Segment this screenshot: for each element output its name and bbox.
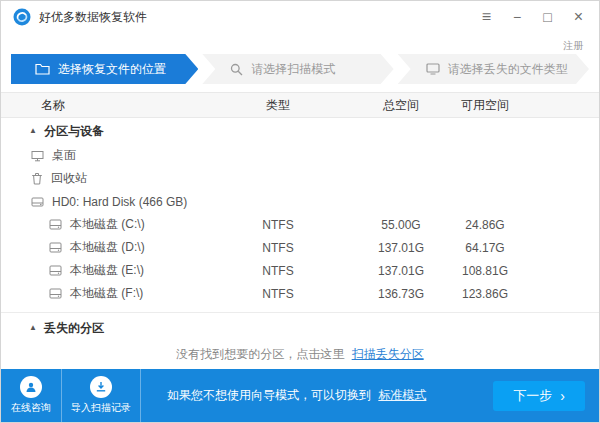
drive-icon xyxy=(49,265,62,276)
import-scan-record-label: 导入扫描记录 xyxy=(71,401,131,415)
window-controls: ≡ − □ × xyxy=(482,9,583,25)
empty-text: 没有找到想要的分区，点击这里 xyxy=(176,347,344,361)
header-type: 类型 xyxy=(243,97,313,114)
register-link[interactable]: 注册 xyxy=(563,40,583,51)
table-body: ▲ 分区与设备 桌面 回收站 xyxy=(1,118,599,367)
folder-icon xyxy=(35,63,50,75)
monitor-icon xyxy=(426,63,440,75)
collapse-triangle-icon: ▲ xyxy=(29,127,37,135)
section-lost-partitions[interactable]: ▲ 丢失的分区 xyxy=(1,315,599,341)
step-scan-mode[interactable]: 请选择扫描模式 xyxy=(202,54,393,84)
step-select-location[interactable]: 选择恢复文件的位置 xyxy=(11,54,198,84)
drive-icon xyxy=(49,288,62,299)
row-free: 24.86G xyxy=(450,218,520,232)
chevron-right-icon: › xyxy=(560,389,565,403)
lost-partitions-empty: 没有找到想要的分区，点击这里 扫描丢失分区 xyxy=(1,341,599,367)
row-name: 本地磁盘 (D:\) xyxy=(70,239,145,256)
table-header: 名称 类型 总空间 可用空间 xyxy=(1,92,599,118)
person-icon xyxy=(20,376,42,398)
import-scan-record-button[interactable]: 导入扫描记录 xyxy=(62,369,140,422)
scan-lost-partitions-link[interactable]: 扫描丢失分区 xyxy=(352,347,424,361)
next-button[interactable]: 下一步 › xyxy=(493,381,585,411)
collapse-triangle-icon: ▲ xyxy=(29,324,37,332)
row-recycle-bin[interactable]: 回收站 xyxy=(1,167,599,190)
row-free: 64.17G xyxy=(450,241,520,255)
row-name: 本地磁盘 (E:\) xyxy=(70,262,144,279)
lost-partitions-section: ▲ 丢失的分区 没有找到想要的分区，点击这里 扫描丢失分区 xyxy=(1,312,599,367)
step-label: 请选择扫描模式 xyxy=(251,61,335,78)
import-icon xyxy=(90,376,112,398)
desktop-icon xyxy=(31,150,44,162)
register-row: 注册 xyxy=(1,33,599,51)
standard-mode-link[interactable]: 标准模式 xyxy=(378,388,426,402)
recycle-bin-icon xyxy=(31,172,43,185)
minimize-icon[interactable]: − xyxy=(513,10,521,24)
row-type: NTFS xyxy=(243,264,313,278)
step-file-type[interactable]: 请选择丢失的文件类型 xyxy=(398,54,589,84)
row-free: 123.86G xyxy=(450,287,520,301)
wizard-mode-hint: 如果您不想使用向导模式，可以切换到 标准模式 xyxy=(167,387,426,404)
app-window: 好优多数据恢复软件 ≡ − □ × 注册 选择恢复文件的位置 请选择扫描模式 xyxy=(0,0,600,423)
row-hd0[interactable]: HD0: Hard Disk (466 GB) xyxy=(1,190,599,213)
row-name: 本地磁盘 (F:\) xyxy=(70,285,143,302)
window-title: 好优多数据恢复软件 xyxy=(39,9,482,26)
row-free: 108.81G xyxy=(450,264,520,278)
row-name: HD0: Hard Disk (466 GB) xyxy=(52,195,187,209)
header-name: 名称 xyxy=(1,97,243,114)
drive-icon xyxy=(49,219,62,230)
header-free-space: 可用空间 xyxy=(450,97,520,114)
row-drive-d[interactable]: 本地磁盘 (D:\) NTFS 137.01G 64.17G xyxy=(1,236,599,259)
row-drive-e[interactable]: 本地磁盘 (E:\) NTFS 137.01G 108.81G xyxy=(1,259,599,282)
row-name: 回收站 xyxy=(51,170,87,187)
drive-icon xyxy=(49,242,62,253)
row-drive-c[interactable]: 本地磁盘 (C:\) NTFS 55.00G 24.86G xyxy=(1,213,599,236)
maximize-icon[interactable]: □ xyxy=(543,10,551,24)
hard-disk-icon xyxy=(31,196,44,208)
footer-divider xyxy=(140,369,141,422)
online-consult-button[interactable]: 在线咨询 xyxy=(1,369,61,422)
online-consult-label: 在线咨询 xyxy=(11,401,51,415)
titlebar: 好优多数据恢复软件 ≡ − □ × xyxy=(1,1,599,33)
row-total: 136.73G xyxy=(366,287,436,301)
footer-bar: 在线咨询 导入扫描记录 如果您不想使用向导模式，可以切换到 标准模式 下一步 › xyxy=(1,369,599,422)
row-total: 55.00G xyxy=(366,218,436,232)
row-desktop[interactable]: 桌面 xyxy=(1,144,599,167)
step-wizard: 选择恢复文件的位置 请选择扫描模式 请选择丢失的文件类型 xyxy=(1,54,599,84)
menu-icon[interactable]: ≡ xyxy=(482,9,491,25)
section-title: 丢失的分区 xyxy=(44,320,104,337)
section-partitions-devices[interactable]: ▲ 分区与设备 xyxy=(1,118,599,144)
row-total: 137.01G xyxy=(366,264,436,278)
close-icon[interactable]: × xyxy=(574,9,583,25)
header-total-space: 总空间 xyxy=(366,97,436,114)
row-name: 桌面 xyxy=(52,147,76,164)
row-type: NTFS xyxy=(243,287,313,301)
step-label: 请选择丢失的文件类型 xyxy=(448,61,568,78)
section-title: 分区与设备 xyxy=(44,123,104,140)
row-drive-f[interactable]: 本地磁盘 (F:\) NTFS 136.73G 123.86G xyxy=(1,282,599,305)
row-name: 本地磁盘 (C:\) xyxy=(70,216,145,233)
step-label: 选择恢复文件的位置 xyxy=(58,61,166,78)
hint-text: 如果您不想使用向导模式，可以切换到 xyxy=(167,388,371,402)
search-icon xyxy=(230,63,243,76)
next-button-label: 下一步 xyxy=(513,387,552,405)
row-total: 137.01G xyxy=(366,241,436,255)
app-logo-icon xyxy=(13,8,31,26)
row-type: NTFS xyxy=(243,241,313,255)
row-type: NTFS xyxy=(243,218,313,232)
